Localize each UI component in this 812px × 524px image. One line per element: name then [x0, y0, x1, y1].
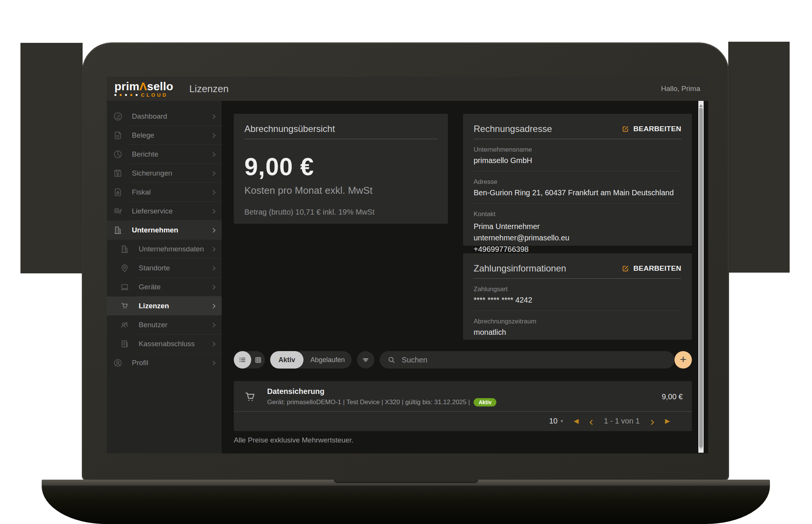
license-list-card: Datensicherung Gerät: primaselloDEMO-1 |…	[234, 381, 692, 431]
sidebar-item-label: Kassenabschluss	[139, 340, 195, 348]
search-box	[380, 351, 674, 369]
logo-text: sello	[147, 81, 173, 92]
sidebar-item-lizenzen[interactable]: Lizenzen	[107, 297, 222, 315]
next-page-button[interactable]: ›	[650, 418, 654, 425]
chevron-right-icon	[211, 190, 216, 195]
chevron-right-icon	[211, 228, 216, 233]
sidebar-item-unternehmensdaten[interactable]: Unternehmensdaten	[107, 240, 222, 259]
sidebar-item-standorte[interactable]: Standorte	[107, 259, 222, 278]
monthly-cost-caption: Kosten pro Monat exkl. MwSt	[244, 185, 437, 196]
sidebar-item-unternehmen[interactable]: Unternehmen	[107, 221, 222, 240]
sidebar-item-fiskal[interactable]: Fiskal	[107, 183, 222, 202]
sidebar-item-berichte[interactable]: Berichte	[107, 145, 222, 164]
filter-button[interactable]	[357, 351, 374, 369]
map-pin-icon	[120, 263, 130, 273]
logo-dot	[114, 94, 116, 96]
chevron-right-icon	[211, 114, 216, 119]
edit-icon	[621, 125, 629, 133]
sidebar: Dashboard Belege Berichte Sicherungen Fi	[107, 101, 222, 453]
last-page-button[interactable]: ▶	[665, 417, 670, 425]
users-icon	[120, 320, 130, 330]
edit-button-label: BEARBEITEN	[633, 125, 681, 133]
logo-accent-letter: Λ	[139, 81, 147, 92]
filter-bar: Aktiv Abgelaufen +	[234, 351, 692, 369]
laptop-hinge-notch	[334, 480, 478, 483]
laptop-lid: primΛsello CLOUD Lizenzen Hallo, Prima D…	[82, 43, 729, 480]
page-size-value: 10	[549, 417, 557, 425]
search-icon	[387, 356, 396, 364]
first-page-button[interactable]: ◀	[574, 417, 579, 425]
user-greeting: Hallo, Prima	[661, 85, 700, 93]
tab-aktiv[interactable]: Aktiv	[270, 351, 304, 369]
sidebar-item-belege[interactable]: Belege	[107, 126, 222, 145]
sidebar-item-label: Berichte	[132, 150, 158, 158]
sidebar-item-geraete[interactable]: Geräte	[107, 278, 222, 297]
sidebar-item-label: Fiskal	[132, 188, 151, 196]
sidebar-item-lieferservice[interactable]: Lieferservice	[107, 202, 222, 221]
sidebar-item-benutzer[interactable]: Benutzer	[107, 315, 222, 334]
main-content: Abrechnungsübersicht 9,00 € Kosten pro M…	[222, 101, 708, 453]
logo-text: prim	[114, 81, 139, 92]
logo-dot	[130, 94, 132, 96]
sidebar-item-profil[interactable]: Profil	[107, 353, 222, 372]
scrollbar-thumb[interactable]	[699, 108, 703, 448]
pie-chart-icon	[113, 149, 123, 159]
app-window: primΛsello CLOUD Lizenzen Hallo, Prima D…	[107, 77, 708, 453]
sidebar-item-label: Profil	[132, 359, 148, 367]
license-title: Datensicherung	[267, 387, 496, 396]
app-header: primΛsello CLOUD Lizenzen Hallo, Prima	[107, 77, 708, 101]
chevron-right-icon	[211, 247, 216, 252]
license-price: 9,00 €	[662, 392, 683, 401]
scroll-down-arrow-icon[interactable]	[699, 447, 703, 452]
previous-page-button[interactable]: ‹	[589, 418, 593, 425]
scroll-up-arrow-icon[interactable]	[699, 102, 703, 107]
search-input[interactable]	[402, 356, 667, 364]
divider	[474, 171, 681, 171]
chevron-right-icon	[211, 361, 216, 366]
report-icon	[120, 339, 130, 349]
chevron-right-icon	[211, 171, 216, 176]
backdrop-left	[20, 43, 83, 273]
sidebar-item-label: Belege	[132, 131, 154, 140]
grid-view-button[interactable]	[251, 356, 265, 364]
pagination-range: 1 - 1 von 1	[604, 417, 640, 425]
status-tabs: Aktiv Abgelaufen	[270, 351, 352, 369]
add-license-button[interactable]: +	[674, 351, 692, 369]
divider	[474, 203, 681, 204]
billing-card-title: Abrechnungsübersicht	[244, 124, 335, 134]
invoice-address-card: Rechnungsadresse BEARBEITEN Unternehmens…	[463, 114, 692, 246]
fastfood-icon	[113, 206, 123, 216]
contact-email: unternehmer@primasello.eu	[474, 232, 681, 243]
license-row[interactable]: Datensicherung Gerät: primaselloDEMO-1 |…	[234, 381, 692, 411]
gauge-icon	[113, 111, 123, 121]
sidebar-item-sicherungen[interactable]: Sicherungen	[107, 164, 222, 183]
chevron-right-icon	[211, 285, 216, 290]
chevron-right-icon	[211, 323, 216, 328]
caret-down-icon: ▾	[560, 418, 563, 424]
payment-info-card: Zahlungsinformationen BEARBEITEN Zahlung…	[463, 253, 692, 340]
building-icon	[120, 244, 130, 254]
filter-lines-icon	[361, 356, 370, 364]
list-view-button[interactable]	[234, 351, 251, 369]
sidebar-item-dashboard[interactable]: Dashboard	[107, 107, 222, 126]
edit-invoice-address-button[interactable]: BEARBEITEN	[621, 125, 681, 133]
chevron-right-icon	[211, 342, 216, 347]
pagination: 10 ▾ ◀ ‹ 1 - 1 von 1 › ▶	[234, 412, 692, 431]
edit-payment-info-button[interactable]: BEARBEITEN	[621, 264, 681, 273]
document-lock-icon	[113, 187, 123, 197]
scrollbar[interactable]	[698, 101, 704, 453]
invoice-card-title: Rechnungsadresse	[474, 124, 552, 134]
sidebar-item-kassenabschluss[interactable]: Kassenabschluss	[107, 334, 222, 353]
sidebar-item-label: Standorte	[139, 264, 170, 272]
chevron-right-icon	[211, 152, 216, 157]
edit-button-label: BEARBEITEN	[633, 264, 681, 273]
user-circle-icon	[113, 358, 123, 368]
chevron-right-icon	[211, 133, 216, 138]
grid-icon	[254, 356, 262, 364]
backdrop-right	[728, 42, 790, 273]
page-size-dropdown[interactable]: 10 ▾	[549, 417, 563, 425]
save-icon	[113, 168, 123, 178]
tab-abgelaufen[interactable]: Abgelaufen	[304, 356, 352, 364]
edit-icon	[621, 265, 629, 273]
laptop-base	[42, 480, 770, 524]
